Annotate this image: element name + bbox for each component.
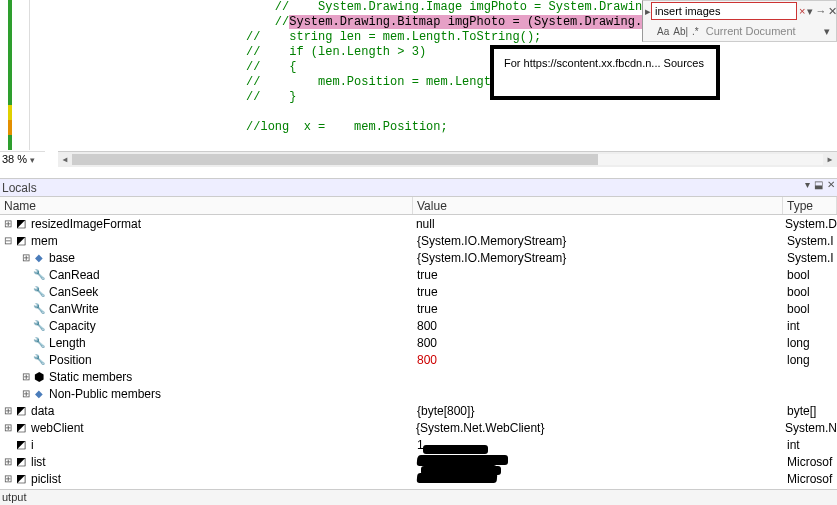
code-text: //long x = mem.Position;	[246, 120, 448, 134]
var-value[interactable]: 800	[413, 336, 783, 350]
locals-row[interactable]: 🔧CanWritetruebool	[0, 300, 837, 317]
var-value[interactable]: 800	[413, 353, 783, 367]
column-value-header[interactable]: Value	[413, 197, 783, 214]
whole-word-toggle[interactable]: Ab|	[673, 26, 688, 37]
expand-toggle[interactable]: ⊞	[20, 252, 32, 263]
locals-row[interactable]: 🔧Capacity800int	[0, 317, 837, 334]
var-name: list	[31, 455, 46, 469]
column-type-header[interactable]: Type	[783, 197, 837, 214]
base-icon: ◆	[32, 251, 46, 265]
expand-toggle[interactable]: ⊞	[20, 371, 32, 382]
expand-toggle[interactable]: ⊞	[2, 473, 14, 484]
var-name: Static members	[49, 370, 132, 384]
locals-row[interactable]: 🔧Position800long	[0, 351, 837, 368]
var-value[interactable]: {System.IO.MemoryStream}	[413, 234, 783, 248]
var-type: bool	[783, 285, 837, 299]
expand-toggle[interactable]: ⊞	[2, 422, 14, 433]
horizontal-scrollbar[interactable]: ◀ ▶	[58, 151, 837, 167]
locals-row[interactable]: 🔧Length800long	[0, 334, 837, 351]
autohide-icon[interactable]: ⬓	[814, 179, 823, 190]
property-icon: 🔧	[32, 336, 46, 350]
code-text: //	[275, 15, 289, 29]
var-type: System.I	[783, 234, 837, 248]
zoom-level[interactable]: 38 % ▾	[0, 151, 45, 167]
expand-toggle[interactable]: ⊞	[2, 405, 14, 416]
variable-icon: ◩	[14, 455, 28, 469]
expand-toggle[interactable]: ⊞	[20, 388, 32, 399]
find-next-icon[interactable]: →	[815, 4, 826, 18]
clear-search-icon[interactable]: ×	[799, 4, 805, 18]
regex-toggle[interactable]: .*	[692, 26, 699, 37]
locals-row[interactable]: ⊟◩mem{System.IO.MemoryStream}System.I	[0, 232, 837, 249]
locals-row[interactable]: 🔧CanSeektruebool	[0, 283, 837, 300]
gutter	[0, 0, 30, 150]
search-dropdown-icon[interactable]: ▾	[807, 4, 813, 18]
close-panel-icon[interactable]: ✕	[828, 4, 837, 18]
scrollbar-thumb[interactable]	[72, 154, 598, 165]
code-text: // }	[246, 90, 296, 104]
var-name: data	[31, 404, 54, 418]
locals-row[interactable]: ⊞◆Non-Public members	[0, 385, 837, 402]
var-type: long	[783, 336, 837, 350]
var-value[interactable]: true	[413, 285, 783, 299]
code-blank	[30, 135, 837, 150]
exception-popup[interactable]: For https://scontent.xx.fbcdn.n... Sourc…	[490, 45, 720, 100]
property-icon: 🔧	[32, 319, 46, 333]
variable-icon: ◩	[14, 472, 28, 486]
column-name-header[interactable]: Name	[0, 197, 413, 214]
var-value[interactable]: true	[413, 302, 783, 316]
locals-row[interactable]: ⊞◩webClient{System.Net.WebClient}System.…	[0, 419, 837, 436]
match-case-toggle[interactable]: Aa	[657, 26, 669, 37]
var-value[interactable]: 800	[413, 319, 783, 333]
var-name: base	[49, 251, 75, 265]
locals-row[interactable]: ⊞◩resizedImageFormatnullSystem.D	[0, 215, 837, 232]
locals-row[interactable]: ⊞⬢Static members	[0, 368, 837, 385]
locals-row[interactable]: ⊞◩data{byte[800]}byte[]	[0, 402, 837, 419]
var-name: mem	[31, 234, 58, 248]
var-type: int	[783, 319, 837, 333]
var-name: CanWrite	[49, 302, 99, 316]
zoom-dropdown-icon[interactable]: ▾	[30, 153, 38, 167]
var-value[interactable]: {System.IO.MemoryStream}	[413, 251, 783, 265]
window-position-icon[interactable]: ▾	[805, 179, 810, 190]
base-icon: ◆	[32, 387, 46, 401]
code-text: // mem.Position = mem.Length;	[246, 75, 505, 89]
quick-find-panel: ▸ × ▾ → ✕ Aa Ab| .* Current Document ▾	[642, 0, 837, 42]
static-members-icon: ⬢	[32, 370, 46, 384]
var-name: Non-Public members	[49, 387, 161, 401]
var-name: Position	[49, 353, 92, 367]
locals-title-bar[interactable]: Locals ▾ ⬓ ✕	[0, 179, 837, 197]
var-type: int	[783, 438, 837, 452]
var-value[interactable]: true	[413, 268, 783, 282]
scope-dropdown-icon[interactable]: ▾	[820, 24, 834, 38]
locals-panel: Locals ▾ ⬓ ✕ Name Value Type ⊞◩resizedIm…	[0, 178, 837, 489]
locals-row[interactable]: ⊞◆base{System.IO.MemoryStream}System.I	[0, 249, 837, 266]
search-scope[interactable]: Current Document	[703, 25, 818, 37]
var-name: i	[31, 438, 34, 452]
expand-toggle[interactable]: ⊞	[2, 218, 14, 229]
search-input[interactable]	[651, 2, 797, 20]
var-type: Microsof	[783, 455, 837, 469]
variable-icon: ◩	[14, 234, 28, 248]
property-icon: 🔧	[32, 302, 46, 316]
var-value[interactable]: null	[412, 217, 781, 231]
code-blank	[30, 105, 837, 120]
scroll-right-icon[interactable]: ▶	[823, 152, 837, 167]
redaction-overlay	[418, 445, 508, 483]
scroll-left-icon[interactable]: ◀	[58, 152, 72, 167]
var-name: Capacity	[49, 319, 96, 333]
property-icon: 🔧	[32, 285, 46, 299]
output-tab[interactable]: utput	[0, 489, 837, 505]
close-icon[interactable]: ✕	[827, 179, 835, 190]
var-value[interactable]: {System.Net.WebClient}	[412, 421, 781, 435]
var-type: long	[783, 353, 837, 367]
variable-icon: ◩	[14, 404, 28, 418]
locals-row[interactable]: 🔧CanReadtruebool	[0, 266, 837, 283]
code-text: // string len = mem.Length.ToString();	[246, 30, 541, 44]
expand-toggle[interactable]: ⊞	[2, 456, 14, 467]
var-name: Length	[49, 336, 86, 350]
exception-text: For https://scontent.xx.fbcdn.n... Sourc…	[504, 57, 704, 69]
variable-icon: ◩	[14, 217, 28, 231]
expand-toggle[interactable]: ⊟	[2, 235, 14, 246]
var-value[interactable]: {byte[800]}	[413, 404, 783, 418]
